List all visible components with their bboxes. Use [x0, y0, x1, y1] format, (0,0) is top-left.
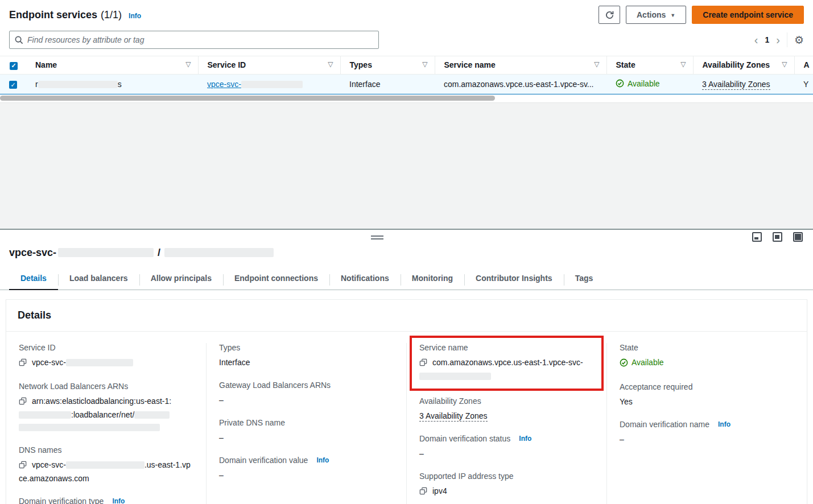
column-header-service-id[interactable]: Service ID▽ [198, 56, 340, 75]
row-checkbox[interactable]: ✓ [9, 81, 17, 89]
field-dns-names: DNS names vpce-svc-.us-east-1.vpce.amazo… [19, 445, 193, 485]
column-header-types[interactable]: Types▽ [340, 56, 435, 75]
page-title: Endpoint services [9, 9, 97, 21]
select-all-checkbox[interactable]: ✓ [10, 62, 18, 70]
next-page-button[interactable]: › [776, 34, 780, 46]
filter-icon[interactable]: ▽ [594, 60, 599, 68]
search-box [9, 31, 379, 49]
field-supported-ip-type: Supported IP address type ipv4 [419, 472, 594, 498]
cell-name: rs [26, 74, 198, 94]
status-available-icon [620, 358, 628, 367]
details-column-2: Types Interface Gateway Load Balancers A… [206, 343, 406, 504]
tab-contributor-insights[interactable]: Contributor Insights [464, 268, 564, 290]
column-header-state[interactable]: State▽ [606, 56, 693, 75]
copy-icon[interactable] [419, 486, 427, 498]
field-service-name: Service name com.amazonaws.vpce.us-east-… [419, 343, 594, 382]
filter-icon[interactable]: ▽ [185, 60, 191, 68]
tab-monitoring[interactable]: Monitoring [401, 268, 464, 290]
redacted-text [164, 248, 274, 257]
tab-bar: Details Load balancers Allow principals … [0, 268, 813, 290]
panel-size-small-icon[interactable] [752, 232, 762, 242]
details-column-1: Service ID vpce-svc- Network Load Balanc… [6, 343, 206, 504]
redacted-text [19, 411, 71, 419]
service-id-link[interactable]: vpce-svc- [207, 80, 303, 89]
create-label: Create endpoint service [703, 10, 793, 19]
status-available-icon [616, 79, 624, 88]
gear-icon[interactable]: ⚙ [794, 35, 804, 46]
redacted-text [241, 81, 303, 88]
cell-types: Interface [340, 74, 435, 94]
column-header-name[interactable]: Name▽ [26, 56, 198, 75]
search-input[interactable] [27, 35, 373, 44]
availability-zones-popover[interactable]: 3 Availability Zones [702, 80, 770, 90]
tab-tags[interactable]: Tags [564, 268, 605, 290]
availability-zones-popover[interactable]: 3 Availability Zones [419, 411, 488, 422]
filter-icon[interactable]: ▽ [680, 60, 686, 68]
actions-label: Actions [637, 10, 666, 19]
copy-icon[interactable] [19, 460, 27, 472]
divider [787, 32, 787, 47]
horizontal-scrollbar-thumb[interactable] [0, 96, 495, 101]
redacted-text [58, 248, 154, 257]
filter-icon[interactable]: ▽ [782, 60, 787, 68]
details-card-heading: Details [6, 300, 807, 332]
tab-allow-principals[interactable]: Allow principals [139, 268, 223, 290]
field-glb-arns: Gateway Load Balancers ARNs – [219, 381, 394, 406]
search-icon [15, 36, 23, 44]
field-types: Types Interface [219, 343, 394, 369]
current-page[interactable]: 1 [765, 35, 769, 44]
cell-acceptance: Y [794, 74, 813, 94]
column-header-acceptance[interactable]: A [794, 56, 813, 75]
split-panel-title: vpce-svc- / [0, 245, 813, 259]
info-link[interactable]: Info [129, 12, 141, 20]
info-link[interactable]: Info [112, 497, 125, 504]
cell-service-id: vpce-svc- [198, 74, 340, 94]
actions-button[interactable]: Actions ▼ [626, 6, 686, 24]
column-header-availability-zones[interactable]: Availability Zones▽ [693, 56, 794, 75]
redacted-text [38, 81, 118, 88]
field-domain-verification-value: Domain verification valueInfo – [219, 456, 394, 481]
field-nlb-arns: Network Load Balancers ARNs arn:aws:elas… [19, 382, 193, 433]
annotation-highlight-box: Service name com.amazonaws.vpce.us-east-… [410, 336, 604, 391]
field-domain-verification-status: Domain verification statusInfo – [419, 434, 594, 460]
redacted-text [66, 461, 145, 469]
redacted-text [419, 373, 491, 380]
horizontal-scrollbar-track[interactable] [0, 94, 813, 102]
redacted-text [66, 359, 133, 366]
check-icon: ✓ [10, 81, 15, 89]
tab-details[interactable]: Details [9, 268, 58, 290]
previous-page-button[interactable]: ‹ [754, 34, 758, 46]
pagination: ‹ 1 › ⚙ [754, 32, 804, 47]
field-domain-verification-type: Domain verification typeInfo – [19, 497, 193, 504]
field-service-id: Service ID vpce-svc- [19, 343, 193, 370]
copy-icon[interactable] [19, 357, 27, 370]
check-icon: ✓ [11, 62, 16, 69]
info-link[interactable]: Info [718, 420, 731, 428]
create-endpoint-service-button[interactable]: Create endpoint service [692, 6, 804, 24]
tab-notifications[interactable]: Notifications [329, 268, 401, 290]
column-header-service-name[interactable]: Service name▽ [435, 56, 606, 75]
refresh-button[interactable] [599, 6, 620, 24]
details-column-4: State Available Acceptance required Yes … [606, 343, 807, 504]
chevron-down-icon: ▼ [670, 13, 675, 18]
info-link[interactable]: Info [519, 435, 531, 443]
split-panel: vpce-svc- / Details Load balancers Allow… [0, 229, 813, 504]
split-panel-drag-handle[interactable] [371, 236, 383, 239]
copy-icon[interactable] [19, 396, 27, 408]
table-row[interactable]: ✓ rs vpce-svc- Interface com.amazonaws.v… [0, 74, 813, 94]
cell-state: Available [606, 74, 693, 94]
redacted-text [134, 411, 170, 419]
cell-availability-zones: 3 Availability Zones [693, 74, 794, 94]
refresh-icon [605, 10, 614, 20]
redacted-text [19, 424, 160, 431]
panel-size-medium-icon[interactable] [773, 232, 782, 242]
tab-load-balancers[interactable]: Load balancers [58, 268, 139, 290]
content-background [0, 102, 813, 229]
copy-icon[interactable] [419, 357, 427, 370]
tab-endpoint-connections[interactable]: Endpoint connections [223, 268, 329, 290]
field-state: State Available [620, 343, 794, 370]
info-link[interactable]: Info [316, 456, 329, 464]
filter-icon[interactable]: ▽ [422, 60, 427, 68]
panel-size-large-icon[interactable] [793, 232, 803, 242]
filter-icon[interactable]: ▽ [328, 60, 333, 68]
